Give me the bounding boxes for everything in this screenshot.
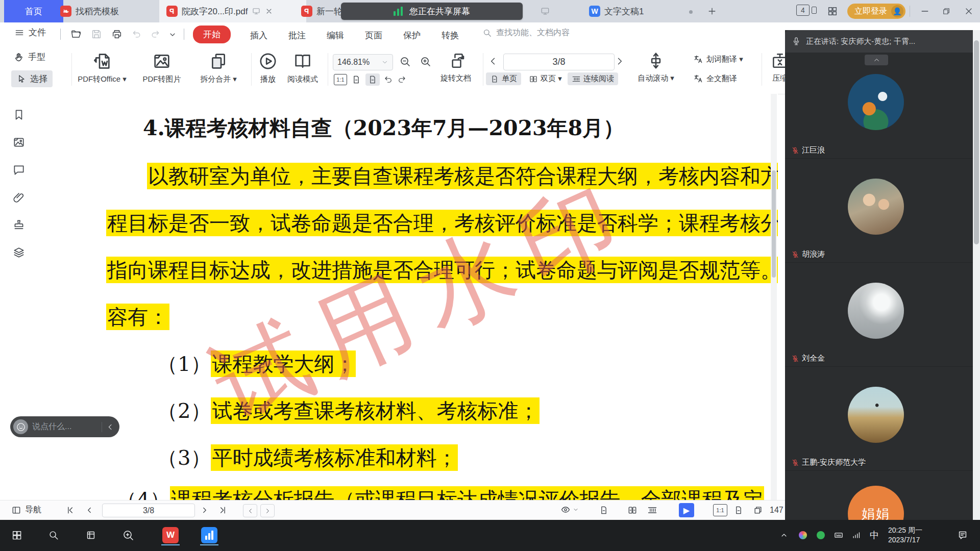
- tray-app-icon[interactable]: [794, 526, 812, 544]
- fit-width-icon[interactable]: [351, 74, 361, 85]
- next-page-icon[interactable]: [200, 506, 209, 515]
- first-page-icon[interactable]: [65, 505, 76, 515]
- bookmark-icon[interactable]: [12, 108, 26, 121]
- collapse-chat-icon[interactable]: [106, 423, 114, 431]
- fit-page-button[interactable]: [365, 73, 380, 86]
- taskbar-clock[interactable]: 20:25 周一 2023/7/17: [888, 525, 922, 545]
- tray-keyboard-icon[interactable]: [829, 526, 848, 544]
- auto-play-button[interactable]: ▶: [679, 503, 694, 517]
- pdf-page-canvas[interactable]: 4.课程考核材料自查（2023年7月—2023年8月） 以教研室为单位，主要自查…: [41, 94, 778, 500]
- menu-annotate-tab[interactable]: 批注: [283, 27, 311, 44]
- continuous-button[interactable]: 连续阅读: [568, 72, 618, 85]
- notification-center-icon[interactable]: [953, 526, 972, 544]
- double-page-icon[interactable]: [627, 505, 638, 515]
- workspace-grid-icon[interactable]: [827, 6, 838, 17]
- redo-icon[interactable]: [150, 29, 160, 39]
- hand-tool-button[interactable]: 手型: [13, 51, 45, 63]
- meeting-app-icon[interactable]: [200, 526, 218, 545]
- menu-start-tab[interactable]: 开始: [193, 26, 231, 43]
- chat-input-placeholder[interactable]: 说点什么...: [32, 421, 97, 432]
- new-tab-icon[interactable]: [707, 6, 717, 16]
- tab-close-icon[interactable]: [265, 7, 273, 15]
- one-to-one-button[interactable]: 1:1: [713, 504, 727, 516]
- menu-insert-tab[interactable]: 插入: [245, 27, 273, 44]
- auto-scroll-button[interactable]: 自动滚动 ▾: [634, 51, 678, 83]
- file-menu[interactable]: 文件: [14, 27, 46, 38]
- minimize-icon[interactable]: [920, 6, 930, 16]
- network-signal-icon[interactable]: [847, 526, 866, 544]
- single-page-button[interactable]: 单页: [486, 72, 521, 85]
- print-icon[interactable]: [111, 29, 122, 40]
- restore-icon[interactable]: [942, 7, 951, 16]
- participant-tile[interactable]: 刘全金: [785, 262, 973, 367]
- single-page-icon[interactable]: [599, 505, 609, 515]
- save-icon[interactable]: [91, 29, 102, 40]
- tray-security-icon[interactable]: [812, 526, 830, 544]
- open-file-icon[interactable]: [70, 29, 82, 40]
- participant-tile[interactable]: 娟娟: [785, 470, 973, 520]
- read-mode-button[interactable]: 阅读模式: [282, 51, 324, 84]
- taskbar-search-icon[interactable]: [44, 526, 63, 544]
- rotate-right-icon[interactable]: [397, 75, 406, 84]
- word-translate-button[interactable]: 划词翻译 ▾: [693, 54, 743, 64]
- zoom-out-icon[interactable]: [399, 56, 411, 68]
- status-page-input[interactable]: 3/8: [102, 504, 195, 517]
- image-panel-icon[interactable]: [12, 136, 26, 149]
- participant-tile[interactable]: 王鹏-安庆师范大学: [785, 366, 973, 471]
- login-button[interactable]: 立即登录 👤: [847, 4, 905, 19]
- menu-edit-tab[interactable]: 编辑: [322, 27, 349, 44]
- menu-page-tab[interactable]: 页面: [360, 27, 387, 44]
- layers-icon[interactable]: [12, 246, 26, 259]
- continuous-icon[interactable]: [647, 505, 657, 515]
- ime-indicator[interactable]: 中: [865, 526, 884, 544]
- toolbar-more-icon[interactable]: [168, 31, 177, 39]
- screen-sharing-banner[interactable]: 您正在共享屏幕: [341, 3, 523, 20]
- undo-icon[interactable]: [132, 29, 142, 39]
- magnifier-tool-icon[interactable]: [119, 526, 137, 544]
- read-background-button[interactable]: [560, 505, 579, 515]
- page-number-input[interactable]: 3/8: [503, 54, 615, 70]
- prev-page-icon[interactable]: [488, 56, 498, 66]
- tab-pdf-active[interactable]: P 院政字20...印.pdf: [159, 0, 306, 22]
- attachment-icon[interactable]: [12, 191, 26, 204]
- full-translate-button[interactable]: 全文翻译: [693, 73, 737, 84]
- next-page-icon[interactable]: [615, 56, 625, 66]
- back-location-button[interactable]: [243, 504, 257, 517]
- one-to-one-button[interactable]: 1:1: [334, 74, 347, 85]
- double-page-button[interactable]: 双页 ▾: [527, 72, 564, 85]
- menu-protect-tab[interactable]: 保护: [398, 27, 426, 44]
- navigation-toggle[interactable]: 导航: [11, 505, 41, 515]
- meeting-chat-overlay[interactable]: 说点什么...: [10, 416, 119, 437]
- pdf-to-office-button[interactable]: PDF转Office ▾: [71, 51, 133, 84]
- tab-count-button[interactable]: 4: [796, 5, 817, 16]
- start-button[interactable]: [8, 526, 26, 544]
- menu-convert-tab[interactable]: 转换: [436, 27, 464, 44]
- wps-app-icon[interactable]: W: [161, 526, 180, 545]
- last-page-icon[interactable]: [217, 505, 228, 515]
- zoom-combo[interactable]: 146.81%: [333, 54, 393, 70]
- stamp-icon[interactable]: [12, 218, 26, 232]
- prev-page-icon[interactable]: [85, 506, 94, 515]
- task-view-icon[interactable]: [82, 526, 100, 544]
- fit-page-icon[interactable]: [753, 505, 763, 515]
- zoom-in-icon[interactable]: [420, 56, 432, 68]
- split-merge-button[interactable]: 拆分合并 ▾: [193, 51, 244, 84]
- play-button[interactable]: 播放: [252, 51, 284, 84]
- rotate-left-icon[interactable]: [384, 75, 393, 84]
- rotate-doc-button[interactable]: 旋转文档: [433, 51, 479, 83]
- tab-writer[interactable]: W 文字文稿1: [582, 0, 688, 22]
- tray-expand-icon[interactable]: [775, 526, 793, 544]
- select-tool-button[interactable]: 选择: [11, 70, 53, 87]
- document-scrollbar[interactable]: [771, 94, 777, 500]
- tab-docer[interactable]: ❧ 找稻壳模板: [53, 0, 172, 22]
- comment-panel-icon[interactable]: [12, 163, 26, 177]
- scrollbar-thumb[interactable]: [772, 170, 776, 278]
- fit-width-icon[interactable]: [733, 505, 744, 515]
- pdf-to-image-button[interactable]: PDF转图片: [134, 51, 190, 84]
- panel-scrollbar-thumb[interactable]: [974, 40, 979, 244]
- panel-scrollbar[interactable]: [973, 30, 980, 520]
- participant-tile[interactable]: 江巨浪: [785, 53, 973, 159]
- search-box[interactable]: 查找功能、文档内容: [482, 28, 570, 38]
- forward-location-button[interactable]: [260, 504, 275, 517]
- window-close-icon[interactable]: [964, 6, 974, 16]
